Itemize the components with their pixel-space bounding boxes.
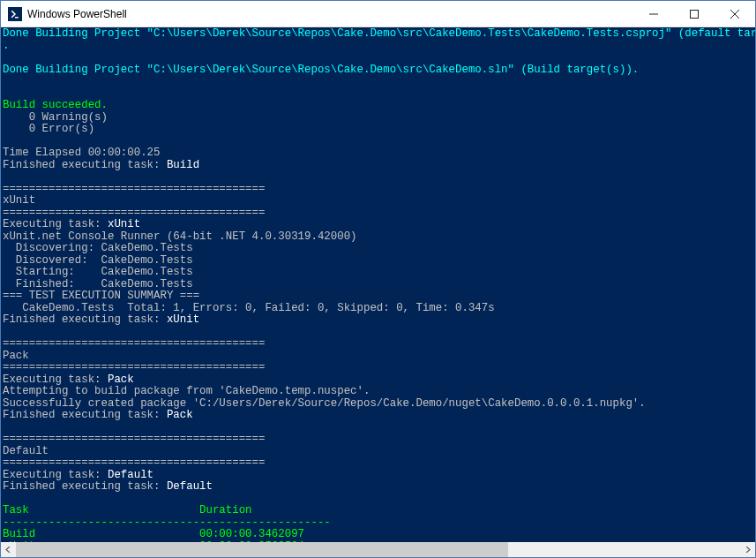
close-button[interactable] [715, 1, 755, 26]
output-line: xUnit [108, 218, 140, 230]
output-line: Finished: CakeDemo.Tests [3, 278, 193, 290]
output-line: 0 Warning(s) [3, 111, 108, 124]
output-line: Finished executing task: [3, 409, 167, 421]
output-line: Discovering: CakeDemo.Tests [3, 242, 193, 254]
minimize-icon [649, 10, 658, 19]
output-line: Time Elapsed 00:00:00.25 [3, 147, 160, 159]
separator-line: ======================================== [3, 456, 265, 469]
output-line: Discovered: CakeDemo.Tests [3, 254, 193, 267]
output-line: Executing task: [3, 373, 108, 386]
scroll-right-button[interactable] [740, 542, 755, 557]
separator-line: ======================================== [3, 183, 265, 195]
chevron-left-icon [5, 547, 11, 553]
maximize-icon [690, 10, 699, 19]
output-line: xUnit.net Console Runner (64-bit .NET 4.… [3, 230, 357, 243]
window-controls [633, 1, 755, 26]
output-line: Attempting to build package from 'CakeDe… [3, 385, 370, 397]
maximize-button[interactable] [674, 1, 715, 26]
output-line: Build [167, 159, 199, 171]
separator-line: ======================================== [3, 361, 265, 373]
terminal-output: Done Building Project "C:\Users\Derek\So… [1, 27, 755, 542]
scrollbar-track[interactable] [16, 542, 740, 557]
scrollbar-thumb[interactable] [16, 542, 508, 557]
output-line: Default [167, 480, 213, 493]
window-titlebar: Windows PowerShell [1, 1, 755, 27]
summary-header: Task Duration [3, 504, 252, 517]
separator-line: ======================================== [3, 337, 265, 350]
output-line: 0 Error(s) [3, 123, 94, 135]
output-line: Build succeeded. [3, 99, 108, 111]
powershell-icon [8, 7, 22, 21]
summary-row: Build 00:00:00.3462097 [3, 528, 304, 540]
terminal-area[interactable]: Done Building Project "C:\Users\Derek\So… [1, 27, 755, 542]
output-line: Finished executing task: [3, 159, 167, 171]
output-line: . [3, 40, 9, 52]
section-header: xUnit [3, 194, 35, 207]
output-line: Successfully created package 'C:/Users/D… [3, 397, 646, 410]
output-line: CakeDemo.Tests Total: 1, Errors: 0, Fail… [3, 302, 495, 314]
output-line: Pack [108, 373, 134, 386]
output-line: Done Building Project "C:\Users\Derek\So… [3, 64, 639, 76]
output-line: Default [108, 469, 153, 481]
svg-rect-2 [691, 10, 699, 18]
output-line: Finished executing task: [3, 313, 167, 326]
separator-line: ======================================== [3, 433, 265, 445]
output-line: Executing task: [3, 218, 108, 230]
section-header: Pack [3, 350, 29, 362]
output-line: === TEST EXECUTION SUMMARY === [3, 290, 199, 302]
close-icon [730, 10, 739, 19]
chevron-right-icon [745, 547, 751, 553]
output-line: Done Building Project "C:\Users\Derek\So… [3, 27, 755, 40]
output-line: Starting: CakeDemo.Tests [3, 266, 193, 278]
window-title: Windows PowerShell [27, 8, 633, 20]
separator-line: ======================================== [3, 207, 265, 219]
minimize-button[interactable] [633, 1, 674, 26]
summary-divider: ----------------------------------------… [3, 517, 331, 529]
output-line: Pack [167, 409, 193, 421]
output-line: Executing task: [3, 469, 108, 481]
horizontal-scrollbar[interactable] [1, 542, 755, 557]
section-header: Default [3, 445, 49, 457]
output-line: Finished executing task: [3, 480, 167, 493]
scroll-left-button[interactable] [1, 542, 16, 557]
output-line: xUnit [167, 313, 199, 326]
